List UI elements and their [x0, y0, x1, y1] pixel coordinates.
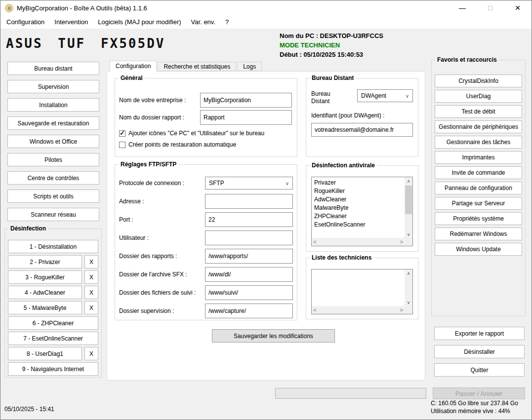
menu-item[interactable]: Logiciels (MAJ pour modifier) [93, 16, 186, 28]
scroll-right-icon[interactable]: > [400, 307, 403, 313]
protocol-value: SFTP [209, 180, 224, 187]
favorite-button[interactable]: Test de débit [435, 105, 522, 118]
menu-item[interactable]: ? [220, 16, 234, 28]
desinfection-item-button[interactable]: 8 - UserDiag1 [8, 347, 82, 360]
skip-cancel-button: Passer / Annuler [433, 387, 525, 399]
menu-item[interactable]: Configuration [1, 16, 49, 28]
window-controls: — × [449, 0, 532, 15]
desinfection-item-button[interactable]: 2 - Privazer [8, 255, 82, 268]
sidebar-button[interactable]: Windows et Office [7, 135, 99, 148]
ftp-rows: Protocole de connexion : SFTP ∨ Adresse … [115, 165, 297, 318]
report-folder-input[interactable] [200, 110, 292, 125]
vertical-scrollbar[interactable]: ∧ ∨ [405, 269, 412, 306]
desinfection-item-button[interactable]: 9 - Navigateurs Internet [8, 362, 98, 376]
favorite-button[interactable]: Invite de commande [435, 166, 522, 179]
sidebar-button[interactable]: Pilotes [7, 153, 99, 166]
scrollbar-thumb[interactable] [405, 186, 412, 214]
desinfection-row: 3 - RogueKiller X [8, 270, 98, 284]
favorite-button[interactable]: Redémarrer Windows [435, 228, 522, 240]
export-report-button[interactable]: Exporter le rapport [434, 327, 525, 340]
favorite-button[interactable]: UserDiag [435, 90, 522, 103]
minimize-button[interactable]: — [449, 0, 476, 15]
technicians-title: Liste des techniciens [310, 254, 373, 261]
antiviral-listbox[interactable]: PrivazerRogueKillerAdwCleanerMalwareByte… [311, 177, 413, 246]
save-button[interactable]: Sauvegarder les modifications [212, 329, 335, 343]
tab[interactable]: Logs [237, 62, 262, 71]
group-general: Général Nom de votre entreprise : Nom du… [115, 78, 297, 157]
desinfection-item-button[interactable]: 5 - MalwareByte [8, 301, 82, 314]
window-title: MyBigCorporation - Boîte A Outils (bêta)… [17, 4, 147, 12]
sidebar-button[interactable]: Sauvegarde et restauration [7, 116, 99, 130]
scroll-up-icon[interactable]: ∧ [405, 269, 412, 277]
desinfection-item-button[interactable]: 7 - EsetOnlineScanner [8, 332, 98, 345]
favorite-button[interactable]: Imprimantes [435, 151, 522, 164]
tracking-folder-input[interactable] [205, 285, 293, 300]
favorite-button[interactable]: Gestionnaire des tâches [435, 136, 522, 149]
listbox-item[interactable]: AdwCleaner [314, 195, 404, 204]
supervision-folder-input[interactable] [205, 304, 293, 318]
listbox-item[interactable]: ZHPCleaner [314, 212, 404, 221]
listbox-item[interactable]: EsetOnlineScanner [314, 221, 404, 229]
favorite-button[interactable]: CrystalDiskInfo [435, 75, 522, 87]
sidebar-button[interactable]: Centre de contrôles [7, 171, 99, 185]
scroll-left-icon[interactable]: < [313, 239, 316, 245]
menu-item[interactable]: Var. env. [186, 16, 220, 28]
checkbox[interactable] [119, 130, 125, 137]
desinfection-item-button[interactable]: 3 - RogueKiller [8, 270, 82, 284]
uninstall-button[interactable]: Désinstaller [434, 345, 525, 358]
reports-folder-input[interactable] [205, 249, 293, 264]
protocol-select[interactable]: SFTP ∨ [205, 177, 293, 190]
desinfection-title: Désinfection [8, 225, 48, 232]
desinfection-item-button[interactable]: 1 - Désinstallation [8, 240, 98, 253]
desinfection-remove-button[interactable]: X [84, 286, 98, 299]
sidebar-button[interactable]: Scripts et outils [7, 190, 99, 203]
favorite-button[interactable]: Gestionnaire de périphériques [435, 120, 522, 133]
listbox-item[interactable]: Privazer [314, 179, 404, 187]
horizontal-scrollbar[interactable]: < > [312, 238, 405, 246]
sfx-folder-input[interactable] [205, 267, 293, 282]
favorite-button[interactable]: Propriétés système [435, 212, 522, 225]
technicians-listbox[interactable]: ∧ ∨ < > [311, 269, 413, 314]
menu-item[interactable]: Intervention [49, 16, 93, 28]
sidebar-button[interactable]: Bureau distant [7, 62, 99, 75]
remote-desktop-select[interactable]: DWAgent ∨ [357, 89, 413, 102]
port-input[interactable] [205, 212, 293, 227]
vertical-scrollbar[interactable]: ∧ ∨ [405, 177, 412, 238]
scroll-down-icon[interactable]: ∨ [405, 299, 412, 306]
tab[interactable]: Recherche et statistiques [158, 62, 236, 71]
identifier-input[interactable] [311, 123, 413, 137]
port-label: Port : [119, 217, 205, 223]
favorite-button[interactable]: Partage sur Serveur [435, 197, 522, 210]
favorite-button[interactable]: Windows Update [435, 243, 522, 256]
favorite-button[interactable]: Panneau de configuration [435, 182, 522, 194]
listbox-item[interactable]: MalwareByte [314, 204, 404, 212]
progress-bar [275, 388, 426, 399]
scroll-down-icon[interactable]: ∨ [405, 230, 412, 238]
scroll-right-icon[interactable]: > [400, 239, 403, 245]
desinfection-item-button[interactable]: 6 - ZHPCleaner [8, 316, 98, 330]
desinfection-remove-button[interactable]: X [84, 301, 98, 314]
horizontal-scrollbar[interactable]: < > [312, 306, 405, 314]
sidebar-button[interactable]: Supervision [7, 80, 99, 93]
close-button[interactable]: × [504, 0, 532, 15]
desinfection-remove-button[interactable]: X [84, 255, 98, 268]
company-name-input[interactable] [200, 93, 292, 108]
tab[interactable]: Configuration [110, 61, 157, 72]
quit-button[interactable]: Quitter [434, 363, 525, 377]
checkbox-label: Ajouter icônes "Ce PC" et "Utilisateur" … [128, 130, 264, 137]
checkbox[interactable] [119, 142, 125, 148]
desinfection-item-button[interactable]: 4 - AdwCleaner [8, 286, 82, 299]
sidebar-button[interactable]: Scanneur réseau [7, 208, 99, 221]
listbox-item[interactable]: RogueKiller [314, 187, 404, 195]
scroll-left-icon[interactable]: < [313, 307, 316, 313]
technicians-items [312, 270, 404, 305]
address-input[interactable] [205, 194, 293, 209]
app-window: MyBigCorporation - Boîte A Outils (bêta)… [0, 0, 532, 420]
user-input[interactable] [205, 230, 293, 245]
scrollbar-corner [405, 238, 412, 246]
desinfection-remove-button[interactable]: X [84, 347, 98, 360]
desinfection-remove-button[interactable]: X [84, 270, 98, 284]
sidebar-button[interactable]: Installation [7, 98, 99, 112]
scroll-up-icon[interactable]: ∧ [405, 177, 412, 185]
status-memory: Utilisation mémoire vive : 44% [431, 407, 518, 415]
